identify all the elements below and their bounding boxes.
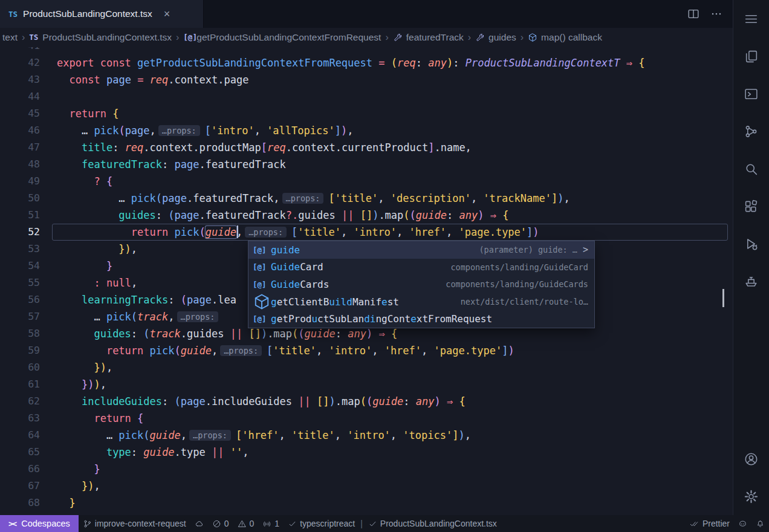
suggestion-item[interactable]: [@]GuideCardscomponents/landing/GuideCar… [248, 276, 594, 293]
error-count[interactable]: 0 [208, 515, 233, 532]
line-number: 44 [0, 88, 57, 105]
language-mode-label: typescriptreact [300, 519, 355, 528]
cube-icon [253, 293, 271, 311]
suggestion-item[interactable]: [@]guide(parameter) guide: …> [248, 241, 594, 259]
code-line: 48 featuredTrack: page.featuredTrack [0, 156, 733, 173]
breadcrumb-item[interactable]: map() callback [527, 32, 603, 43]
code-line: 50 … pick(page.featuredTrack,…props:['ti… [0, 190, 733, 207]
breadcrumb: text›TSProductSubLandingContext.tsx›[@]g… [0, 28, 733, 47]
inlay-hint: …props: [177, 311, 219, 322]
branch-indicator[interactable]: improve-context-request [79, 515, 190, 532]
error-count-label: 0 [224, 519, 229, 528]
status-bar-right: Prettier [684, 515, 769, 532]
prettier-status-label: Prettier [702, 519, 730, 528]
accounts-icon[interactable] [733, 440, 769, 478]
suggestion-item[interactable]: [@]getProductSubLandingContextFromReques… [248, 310, 594, 328]
breadcrumb-label: ProductSubLandingContext.tsx [42, 32, 172, 43]
warning-icon [238, 519, 247, 528]
breadcrumb-item[interactable]: TSProductSubLandingContext.tsx [28, 32, 173, 43]
code-editor[interactable]: 4142export const getProductSubLandingCon… [0, 47, 733, 515]
settings-gear-icon[interactable] [733, 478, 769, 515]
run-icon [744, 236, 759, 251]
divider-label: | [360, 519, 363, 528]
breadcrumb-label: guides [488, 32, 516, 43]
terminal-icon [744, 86, 759, 102]
language-mode[interactable]: typescriptreact [284, 515, 359, 532]
suggestion-label: GuideCards [271, 279, 329, 290]
code-line: 65 type: guide.type || '', [0, 444, 733, 461]
ports-indicator[interactable]: 1 [258, 515, 284, 532]
search-icon[interactable] [733, 150, 769, 187]
line-number: 47 [0, 139, 57, 156]
inlay-hint: …props: [158, 125, 200, 136]
extensions-icon[interactable] [733, 187, 769, 225]
breadcrumb-label: map() callback [541, 32, 602, 43]
symbol-variable-icon: [@] [253, 314, 271, 323]
notifications-bell[interactable] [751, 515, 769, 532]
source-control-icon[interactable] [733, 112, 769, 150]
breadcrumb-item[interactable]: featuredTrack [392, 32, 465, 43]
code-line: 46 … pick(page,…props:['intro', 'allTopi… [0, 122, 733, 139]
breadcrumb-item[interactable]: text [1, 32, 19, 43]
line-number: 64 [0, 427, 57, 444]
chevron-right-icon: › [173, 32, 182, 43]
code-line: 42export const getProductSubLandingConte… [0, 54, 733, 71]
breadcrumb-item[interactable]: [@]getProductSubLandingContextFromReques… [182, 32, 382, 43]
suggestion-item[interactable]: getClientBuildManifestnext/dist/client/r… [248, 293, 594, 311]
terminal-icon[interactable] [733, 75, 769, 112]
menu-icon[interactable] [733, 0, 769, 37]
docker-ship-icon[interactable] [733, 262, 769, 300]
sync-status[interactable] [190, 515, 208, 532]
line-number: 60 [0, 359, 57, 376]
line-number: 57 [0, 308, 57, 325]
cube-icon [528, 33, 537, 42]
warning-count[interactable]: 0 [233, 515, 259, 532]
breadcrumb-label: getProductSubLandingContextFromRequest [196, 32, 381, 43]
activity-bar [733, 0, 769, 515]
prettier-status[interactable]: Prettier [684, 515, 734, 532]
overview-ruler-marker [722, 289, 724, 307]
breadcrumb-item[interactable]: guides [474, 32, 518, 43]
ports-indicator-label: 1 [274, 519, 279, 528]
vscode-window: TS ProductSubLandingContext.tsx × text›T… [0, 0, 769, 532]
bell-icon [756, 519, 765, 528]
suggestion-label: guide [271, 244, 300, 256]
line-number: 56 [0, 291, 57, 308]
line-number: 65 [0, 444, 57, 461]
suggestion-detail: next/dist/client/route-lo… [451, 297, 588, 307]
line-number: 54 [0, 258, 57, 274]
active-file-status[interactable]: ProductSubLandingContext.tsx [364, 515, 501, 532]
codespaces-remote-button[interactable]: >< Codespaces [0, 515, 79, 532]
source-control-icon [744, 124, 759, 139]
run-debug-icon[interactable] [733, 225, 769, 262]
code-line: 49 ? { [0, 173, 733, 190]
breadcrumb-label: featuredTrack [406, 32, 464, 43]
code-line: 51 guides: (page.featuredTrack?.guides |… [0, 207, 733, 224]
line-number: 68 [0, 495, 57, 511]
tab-product-sub-landing-context[interactable]: TS ProductSubLandingContext.tsx × [0, 0, 204, 28]
split-editor-icon[interactable] [687, 7, 700, 21]
status-bar: >< Codespaces improve-context-request001… [0, 515, 769, 532]
typescript-file-icon: TS [8, 10, 18, 19]
code-line: 47 title: req.context.productMap[req.con… [0, 139, 733, 156]
line-number: 58 [0, 325, 57, 342]
chevron-right-icon[interactable]: > [583, 244, 588, 255]
code-line: 45 return { [0, 105, 733, 122]
chevron-right-icon: › [465, 32, 474, 43]
chevron-right-icon: › [19, 32, 28, 43]
branch-indicator-label: improve-context-request [95, 519, 186, 528]
inlay-hint: …props: [282, 193, 324, 204]
active-file-status-label: ProductSubLandingContext.tsx [380, 519, 497, 528]
line-number: 62 [0, 393, 57, 410]
suggestion-item[interactable]: [@]GuideCardcomponents/landing/GuideCard [248, 259, 594, 276]
code-line: 67 }), [0, 478, 733, 495]
line-number: 46 [0, 122, 57, 139]
check-icon [288, 519, 297, 528]
chevron-right-icon: › [518, 32, 527, 43]
close-icon[interactable]: × [164, 8, 170, 19]
more-actions-icon[interactable] [710, 7, 723, 21]
code-line: 66 } [0, 461, 733, 478]
copilot-status[interactable] [734, 515, 751, 532]
copy-files-icon[interactable] [733, 37, 769, 75]
double-check-icon [689, 519, 699, 528]
